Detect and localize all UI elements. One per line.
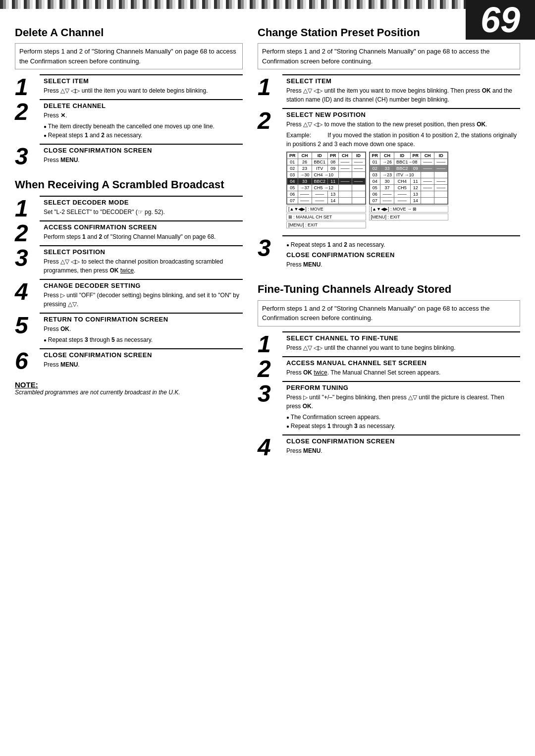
table-row: 0223ITV09———— (287, 165, 366, 172)
step-cs-3: 3 Repeat steps 1 and 2 as necessary. CLO… (258, 235, 520, 273)
step-ft-2-heading: ACCESS MANUAL CHANNEL SET SCREEN (286, 359, 520, 367)
bullet-item: The item directly beneath the cancelled … (44, 122, 243, 131)
step-num-2: 2 (15, 99, 40, 144)
table-row: 0430CH411———— (370, 178, 448, 185)
bullet-item: The Confirmation screen appears. (286, 413, 520, 422)
before-legend-2: ⊠ : MANUAL CH SET (286, 214, 366, 220)
step-scr-5-heading: RETURN TO CONFIRMATION SCREEN (44, 316, 243, 323)
th: PR (287, 153, 298, 159)
step-cs-2-heading: SELECT NEW POSITION (286, 111, 520, 118)
step-ft-1-text: Press △▽ ◁▷ until the channel you want t… (286, 343, 520, 352)
delete-channel-title: Delete A Channel (15, 26, 243, 39)
step-scr-4-text: Press ▷ until "OFF" (decoder setting) be… (44, 291, 243, 309)
page-content: Delete A Channel Perform steps 1 and 2 o… (0, 16, 535, 474)
channel-tables: PR CH ID PR CH ID (286, 152, 520, 228)
step-ft-1-heading: SELECT CHANNEL TO FINE-TUNE (286, 334, 520, 342)
table-row: 0126BBC108———— (287, 159, 366, 165)
table-row: 0537CH512———— (370, 185, 448, 191)
step-cs-2: 2 SELECT NEW POSITION Press △▽ ◁▷ to mov… (258, 108, 520, 235)
step-ft-3-content: PERFORM TUNING Press ▷ until "+/–" begin… (282, 381, 520, 434)
step-num-6: 6 (15, 348, 40, 373)
step-ft-4: 4 CLOSE CONFIRMATION SCREEN Press MENU. (258, 434, 520, 459)
step-scr-6-content: CLOSE CONFIRMATION SCREEN Press MENU. (40, 348, 243, 373)
change-station-subtitle: Perform steps 1 and 2 of "Storing Channe… (258, 43, 520, 69)
th: ID (312, 153, 328, 159)
main-layout: Delete A Channel Perform steps 1 and 2 o… (15, 26, 520, 459)
th: CH (298, 153, 312, 159)
step-3-heading: CLOSE CONFIRMATION SCREEN (44, 147, 243, 154)
scrambled-title: When Receiving A Scrambled Broadcast (15, 178, 243, 191)
step-ft-3-heading: PERFORM TUNING (286, 384, 520, 391)
step-num-5: 5 (15, 313, 40, 348)
table-row-highlight: 0233BBC209———— (370, 165, 448, 172)
step-scr-4-heading: CHANGE DECODER SETTING (44, 282, 243, 289)
step-scr-3-heading: SELECT POSITION (44, 248, 243, 256)
scrambled-steps: 1 SELECT DECODER MODE Set "L-2 SELECT" t… (15, 196, 243, 373)
decorative-stripe (0, 0, 535, 9)
bullet-item: Repeat steps 1 and 2 as necessary. (44, 131, 243, 140)
step-2-heading: DELETE CHANNEL (44, 102, 243, 109)
step-1-text: Press △▽ ◁▷ until the item you want to d… (44, 86, 243, 95)
step-cs-1-text: Press △▽ ◁▷ until the item you want to m… (286, 86, 520, 104)
th: CH (380, 153, 394, 159)
step-cs-2-text: Press △▽ ◁▷ to move the station to the n… (286, 120, 520, 129)
step-num-2: 2 (258, 356, 282, 381)
bullet-item: Repeat steps 1 through 3 as necessary. (286, 422, 520, 431)
table-row: 06————13 (287, 191, 366, 198)
step-ft-3: 3 PERFORM TUNING Press ▷ until "+/–" beg… (258, 381, 520, 434)
before-table: PR CH ID PR CH ID (287, 152, 366, 204)
step-scr-5-text: Press OK. (44, 324, 243, 333)
step-1-content: SELECT ITEM Press △▽ ◁▷ until the item y… (40, 74, 243, 99)
step-ft-1-content: SELECT CHANNEL TO FINE-TUNE Press △▽ ◁▷ … (282, 331, 520, 356)
th: PR (328, 153, 339, 159)
scrambled-section: When Receiving A Scrambled Broadcast 1 S… (15, 178, 243, 395)
step-ft-4-text: Press MENU. (286, 446, 520, 455)
th: ID (352, 153, 365, 159)
change-station-steps: 1 SELECT ITEM Press △▽ ◁▷ until the item… (258, 74, 520, 273)
step-scr-6-heading: CLOSE CONFIRMATION SCREEN (44, 351, 243, 359)
before-legend: [▲▼◀▶] : MOVE (286, 206, 366, 213)
step-scr-1-content: SELECT DECODER MODE Set "L-2 SELECT" to … (40, 196, 243, 220)
step-2-text: Press ✕. (44, 111, 243, 120)
th: PR (370, 153, 380, 159)
step-scr-3: 3 SELECT POSITION Press △▽ ◁▷ to select … (15, 245, 243, 279)
step-scr-3-text: Press △▽ ◁▷ to select the channel positi… (44, 257, 243, 275)
step-scr-1: 1 SELECT DECODER MODE Set "L-2 SELECT" t… (15, 196, 243, 220)
table-row: 07————14 (287, 198, 366, 204)
table-row: 07————14 (370, 198, 448, 204)
delete-channel-subtitle: Perform steps 1 and 2 of "Storing Channe… (15, 43, 243, 69)
step-ft-2: 2 ACCESS MANUAL CHANNEL SET SCREEN Press… (258, 356, 520, 381)
step-scr-4-content: CHANGE DECODER SETTING Press ▷ until "OF… (40, 279, 243, 313)
step-num-4: 4 (15, 279, 40, 313)
step-num-3: 3 (258, 381, 282, 434)
step-num-4: 4 (258, 434, 282, 459)
step-scr-1-heading: SELECT DECODER MODE (44, 199, 243, 206)
step-2-content: DELETE CHANNEL Press ✕. The item directl… (40, 99, 243, 144)
step-num-2: 2 (15, 220, 40, 245)
step-scr-5: 5 RETURN TO CONFIRMATION SCREEN Press OK… (15, 313, 243, 348)
step-num-3: 3 (258, 235, 282, 273)
step-scr-2: 2 ACCESS CONFIRMATION SCREEN Perform ste… (15, 220, 243, 245)
step-cs-3-content: Repeat steps 1 and 2 as necessary. CLOSE… (282, 235, 520, 273)
delete-channel-steps: 1 SELECT ITEM Press △▽ ◁▷ until the item… (15, 74, 243, 168)
th: ID (434, 153, 448, 159)
fine-tuning-subtitle: Perform steps 1 and 2 of "Storing Channe… (258, 300, 520, 326)
note-title: NOTE: (15, 380, 243, 389)
delete-channel-section: Delete A Channel Perform steps 1 and 2 o… (15, 26, 243, 168)
step-scr-5-bullets: Repeat steps 3 through 5 as necessary. (44, 335, 243, 344)
step-num-1: 1 (258, 74, 282, 108)
step-scr-3-content: SELECT POSITION Press △▽ ◁▷ to select th… (40, 245, 243, 279)
step-scr-6-text: Press MENU. (44, 360, 243, 369)
step-num-3: 3 (15, 144, 40, 168)
step-scr-4: 4 CHANGE DECODER SETTING Press ▷ until "… (15, 279, 243, 313)
step-num-1: 1 (258, 331, 282, 356)
step-ft-3-text: Press ▷ until "+/–" begins blinking, the… (286, 393, 520, 411)
th: CH (421, 153, 434, 159)
table-row: 01→26BBC1→08———— (370, 159, 448, 165)
step-num-1: 1 (15, 74, 40, 99)
step-scr-1-text: Set "L-2 SELECT" to "DECODER" (☞ pg. 52)… (44, 208, 243, 216)
table-row: 05→37CH5 →12 (287, 185, 366, 191)
th: PR (410, 153, 421, 159)
step-3-content: CLOSE CONFIRMATION SCREEN Press MENU. (40, 144, 243, 168)
before-table-wrap: PR CH ID PR CH ID (286, 152, 366, 205)
